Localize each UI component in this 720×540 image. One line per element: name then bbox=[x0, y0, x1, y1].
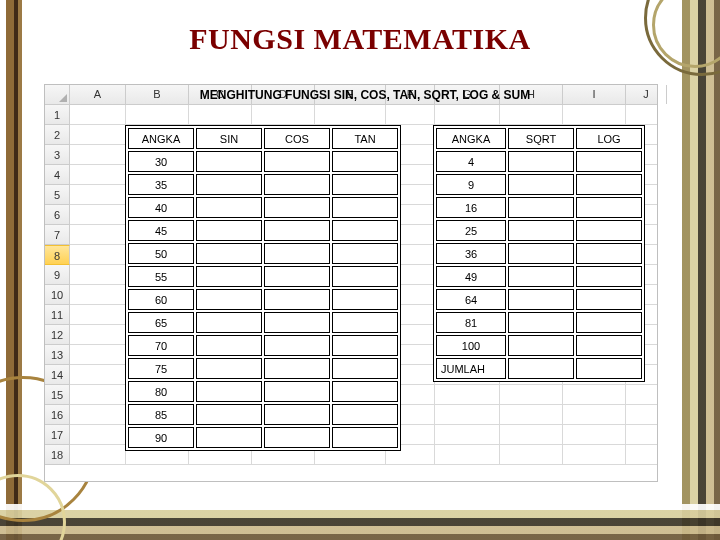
cell[interactable] bbox=[70, 185, 126, 205]
row-header-16[interactable]: 16 bbox=[45, 405, 70, 425]
cell[interactable] bbox=[70, 445, 126, 465]
cell[interactable] bbox=[189, 105, 252, 125]
empty-cell bbox=[264, 151, 330, 172]
cell[interactable] bbox=[626, 405, 657, 425]
cell[interactable] bbox=[626, 425, 657, 445]
cell[interactable] bbox=[70, 345, 126, 365]
spreadsheet: ABCDEFGHIJ 123456789101112131415161718 M… bbox=[44, 84, 658, 482]
empty-cell bbox=[264, 404, 330, 425]
empty-cell bbox=[264, 220, 330, 241]
row-header-6[interactable]: 6 bbox=[45, 205, 70, 225]
cell[interactable] bbox=[70, 265, 126, 285]
cell[interactable] bbox=[70, 105, 126, 125]
empty-cell bbox=[196, 312, 262, 333]
row-header-3[interactable]: 3 bbox=[45, 145, 70, 165]
table-row: 70 bbox=[128, 335, 398, 356]
empty-cell bbox=[508, 220, 574, 241]
angka-cell: 36 bbox=[436, 243, 506, 264]
cell[interactable] bbox=[70, 145, 126, 165]
cell[interactable] bbox=[626, 385, 657, 405]
empty-cell bbox=[264, 312, 330, 333]
cell[interactable] bbox=[626, 445, 657, 465]
cell[interactable] bbox=[563, 385, 626, 405]
cell[interactable] bbox=[70, 405, 126, 425]
empty-cell bbox=[576, 335, 642, 356]
empty-cell bbox=[332, 427, 398, 448]
angka-cell: 16 bbox=[436, 197, 506, 218]
empty-cell bbox=[196, 427, 262, 448]
row-header-2[interactable]: 2 bbox=[45, 125, 70, 145]
row-header-18[interactable]: 18 bbox=[45, 445, 70, 465]
angka-cell: 75 bbox=[128, 358, 194, 379]
cell[interactable] bbox=[315, 105, 386, 125]
cell[interactable] bbox=[70, 365, 126, 385]
cell[interactable] bbox=[500, 385, 563, 405]
table-header-cell: LOG bbox=[576, 128, 642, 149]
cell[interactable] bbox=[126, 105, 189, 125]
cell[interactable] bbox=[70, 425, 126, 445]
table-row: 4 bbox=[436, 151, 642, 172]
row-header-11[interactable]: 11 bbox=[45, 305, 70, 325]
cell[interactable] bbox=[563, 425, 626, 445]
empty-cell bbox=[576, 220, 642, 241]
row-header-1[interactable]: 1 bbox=[45, 105, 70, 125]
row-header-5[interactable]: 5 bbox=[45, 185, 70, 205]
empty-cell bbox=[332, 312, 398, 333]
cell[interactable] bbox=[70, 385, 126, 405]
row-header-8[interactable]: 8 bbox=[45, 245, 70, 265]
row-header-10[interactable]: 10 bbox=[45, 285, 70, 305]
col-header-a[interactable]: A bbox=[70, 85, 126, 104]
row-header-13[interactable]: 13 bbox=[45, 345, 70, 365]
cell[interactable] bbox=[435, 425, 500, 445]
cell[interactable] bbox=[500, 445, 563, 465]
col-header-j[interactable]: J bbox=[626, 85, 667, 104]
cell[interactable] bbox=[500, 425, 563, 445]
angka-cell: 40 bbox=[128, 197, 194, 218]
cell[interactable] bbox=[435, 105, 500, 125]
cell[interactable] bbox=[626, 105, 657, 125]
row-header-9[interactable]: 9 bbox=[45, 265, 70, 285]
cell[interactable] bbox=[70, 165, 126, 185]
select-all-button[interactable] bbox=[45, 85, 70, 104]
cell[interactable] bbox=[563, 105, 626, 125]
cell[interactable] bbox=[500, 105, 563, 125]
empty-cell bbox=[576, 358, 642, 379]
cell[interactable] bbox=[70, 325, 126, 345]
row-header-15[interactable]: 15 bbox=[45, 385, 70, 405]
cell[interactable] bbox=[252, 105, 315, 125]
row-header-4[interactable]: 4 bbox=[45, 165, 70, 185]
cell[interactable] bbox=[563, 445, 626, 465]
angka-cell: 50 bbox=[128, 243, 194, 264]
row-header-12[interactable]: 12 bbox=[45, 325, 70, 345]
cell[interactable] bbox=[70, 205, 126, 225]
empty-cell bbox=[196, 243, 262, 264]
empty-cell bbox=[508, 197, 574, 218]
cell[interactable] bbox=[70, 305, 126, 325]
table-row: 90 bbox=[128, 427, 398, 448]
cell[interactable] bbox=[563, 405, 626, 425]
jumlah-label: JUMLAH bbox=[436, 358, 506, 379]
row-header-14[interactable]: 14 bbox=[45, 365, 70, 385]
cell[interactable] bbox=[435, 385, 500, 405]
grid-row: 1 bbox=[45, 105, 657, 125]
empty-cell bbox=[196, 174, 262, 195]
row-header-17[interactable]: 17 bbox=[45, 425, 70, 445]
cell[interactable] bbox=[70, 245, 126, 265]
cell[interactable] bbox=[70, 225, 126, 245]
row-header-7[interactable]: 7 bbox=[45, 225, 70, 245]
table-row: 64 bbox=[436, 289, 642, 310]
cell[interactable] bbox=[70, 125, 126, 145]
empty-cell bbox=[264, 197, 330, 218]
cell[interactable] bbox=[70, 285, 126, 305]
cell[interactable] bbox=[435, 445, 500, 465]
empty-cell bbox=[264, 289, 330, 310]
empty-cell bbox=[508, 243, 574, 264]
cell[interactable] bbox=[386, 105, 435, 125]
angka-cell: 25 bbox=[436, 220, 506, 241]
cell[interactable] bbox=[500, 405, 563, 425]
empty-cell bbox=[264, 243, 330, 264]
empty-cell bbox=[508, 335, 574, 356]
angka-cell: 65 bbox=[128, 312, 194, 333]
angka-cell: 9 bbox=[436, 174, 506, 195]
cell[interactable] bbox=[435, 405, 500, 425]
